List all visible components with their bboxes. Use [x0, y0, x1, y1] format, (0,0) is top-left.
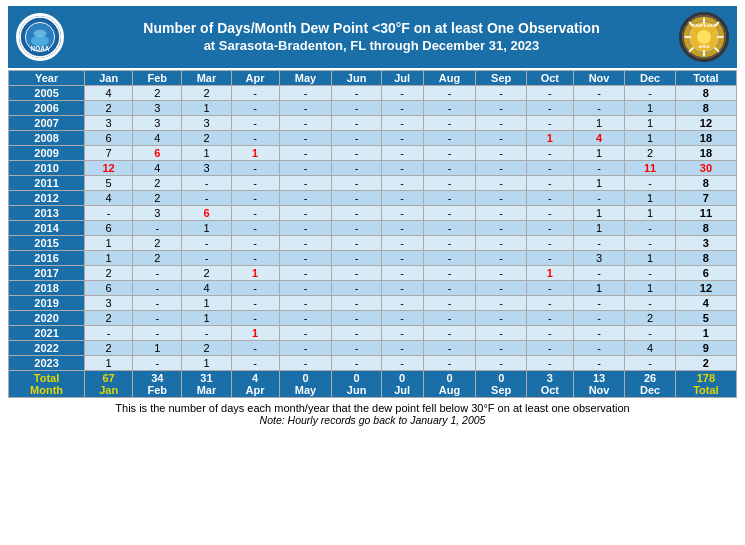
- cell-jan: 2: [85, 266, 133, 281]
- footer-nov: 13Nov: [573, 371, 625, 398]
- table-row: 2007333-------1112: [9, 116, 737, 131]
- cell-jul: -: [381, 311, 423, 326]
- cell-dec: 1: [625, 206, 675, 221]
- cell-feb: 3: [133, 116, 182, 131]
- cell-sep: -: [476, 161, 526, 176]
- cell-year: 2013: [9, 206, 85, 221]
- cell-oct: -: [526, 326, 573, 341]
- cell-jun: -: [332, 221, 381, 236]
- cell-jul: -: [381, 101, 423, 116]
- col-year: Year: [9, 71, 85, 86]
- cell-sep: -: [476, 116, 526, 131]
- cell-may: -: [279, 131, 332, 146]
- cell-total: 1: [675, 326, 736, 341]
- cell-feb: 4: [133, 131, 182, 146]
- table-body: 2005422---------82006231--------18200733…: [9, 86, 737, 371]
- col-oct: Oct: [526, 71, 573, 86]
- cell-oct: -: [526, 221, 573, 236]
- cell-jan: 2: [85, 311, 133, 326]
- cell-apr: -: [231, 116, 279, 131]
- col-sep: Sep: [476, 71, 526, 86]
- cell-sep: -: [476, 221, 526, 236]
- cell-total: 4: [675, 296, 736, 311]
- cell-jun: -: [332, 341, 381, 356]
- cell-total: 8: [675, 176, 736, 191]
- cell-nov: 3: [573, 251, 625, 266]
- cell-sep: -: [476, 206, 526, 221]
- cell-sep: -: [476, 341, 526, 356]
- cell-may: -: [279, 236, 332, 251]
- cell-mar: 1: [182, 101, 231, 116]
- cell-nov: 4: [573, 131, 625, 146]
- cell-jan: 2: [85, 341, 133, 356]
- cell-total: 8: [675, 86, 736, 101]
- cell-mar: 1: [182, 311, 231, 326]
- cell-apr: -: [231, 251, 279, 266]
- cell-nov: -: [573, 161, 625, 176]
- cell-year: 2022: [9, 341, 85, 356]
- cell-sep: -: [476, 101, 526, 116]
- cell-jul: -: [381, 131, 423, 146]
- cell-jul: -: [381, 251, 423, 266]
- cell-jul: -: [381, 176, 423, 191]
- cell-year: 2005: [9, 86, 85, 101]
- footer-dec: 26Dec: [625, 371, 675, 398]
- cell-nov: 1: [573, 206, 625, 221]
- cell-jan: -: [85, 206, 133, 221]
- cell-jul: -: [381, 356, 423, 371]
- cell-total: 30: [675, 161, 736, 176]
- cell-jun: -: [332, 191, 381, 206]
- cell-oct: -: [526, 251, 573, 266]
- cell-apr: 1: [231, 146, 279, 161]
- cell-may: -: [279, 296, 332, 311]
- cell-apr: -: [231, 281, 279, 296]
- cell-may: -: [279, 176, 332, 191]
- cell-nov: 1: [573, 281, 625, 296]
- cell-jan: 4: [85, 86, 133, 101]
- cell-sep: -: [476, 311, 526, 326]
- svg-text:TAMPA BAY: TAMPA BAY: [693, 23, 716, 28]
- cell-mar: -: [182, 191, 231, 206]
- cell-jul: -: [381, 86, 423, 101]
- col-jan: Jan: [85, 71, 133, 86]
- cell-feb: 4: [133, 161, 182, 176]
- col-aug: Aug: [423, 71, 476, 86]
- cell-aug: -: [423, 191, 476, 206]
- cell-year: 2012: [9, 191, 85, 206]
- cell-jun: -: [332, 146, 381, 161]
- cell-feb: -: [133, 266, 182, 281]
- cell-may: -: [279, 266, 332, 281]
- cell-sep: -: [476, 281, 526, 296]
- table-row: 2021---1--------1: [9, 326, 737, 341]
- cell-feb: 2: [133, 251, 182, 266]
- cell-oct: -: [526, 341, 573, 356]
- cell-total: 18: [675, 146, 736, 161]
- svg-text:NOAA: NOAA: [31, 45, 50, 52]
- cell-total: 7: [675, 191, 736, 206]
- cell-year: 2007: [9, 116, 85, 131]
- table-header: Year Jan Feb Mar Apr May Jun Jul Aug Sep…: [9, 71, 737, 86]
- cell-jun: -: [332, 356, 381, 371]
- cell-year: 2011: [9, 176, 85, 191]
- cell-apr: 1: [231, 326, 279, 341]
- cell-year: 2023: [9, 356, 85, 371]
- cell-total: 3: [675, 236, 736, 251]
- cell-feb: -: [133, 311, 182, 326]
- cell-dec: -: [625, 86, 675, 101]
- cell-jul: -: [381, 326, 423, 341]
- cell-nov: -: [573, 86, 625, 101]
- cell-jun: -: [332, 116, 381, 131]
- cell-feb: -: [133, 356, 182, 371]
- cell-may: -: [279, 161, 332, 176]
- cell-total: 12: [675, 281, 736, 296]
- cell-nov: -: [573, 191, 625, 206]
- cell-apr: -: [231, 311, 279, 326]
- cell-mar: 1: [182, 146, 231, 161]
- cell-aug: -: [423, 311, 476, 326]
- cell-mar: 1: [182, 296, 231, 311]
- cell-may: -: [279, 146, 332, 161]
- cell-aug: -: [423, 146, 476, 161]
- cell-apr: -: [231, 296, 279, 311]
- col-nov: Nov: [573, 71, 625, 86]
- cell-aug: -: [423, 296, 476, 311]
